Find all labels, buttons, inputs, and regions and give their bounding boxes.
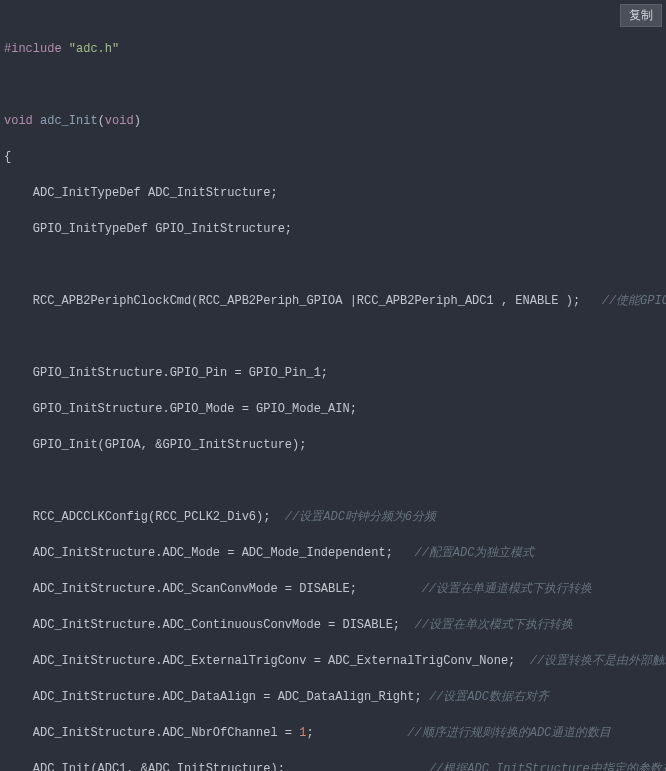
- code-line: ADC_InitStructure.ADC_Mode = ADC_Mode_In…: [4, 544, 662, 562]
- code-line: [4, 472, 662, 490]
- code-line: ADC_Init(ADC1, &ADC_InitStructure); //根据…: [4, 760, 662, 771]
- code-line: GPIO_InitTypeDef GPIO_InitStructure;: [4, 220, 662, 238]
- code-line: ADC_InitStructure.ADC_NbrOfChannel = 1; …: [4, 724, 662, 742]
- code-line: ADC_InitStructure.ADC_ContinuousConvMode…: [4, 616, 662, 634]
- comment: //设置转换不是由外部触发启动: [530, 654, 666, 668]
- code-line: RCC_APB2PeriphClockCmd(RCC_APB2Periph_GP…: [4, 292, 662, 310]
- comment: //配置ADC为独立模式: [414, 546, 534, 560]
- copy-button[interactable]: 复制: [620, 4, 662, 27]
- code-line: [4, 256, 662, 274]
- code-line: void adc_Init(void): [4, 112, 662, 130]
- keyword: void: [105, 114, 134, 128]
- comment: //设置ADC数据右对齐: [429, 690, 549, 704]
- code-line: [4, 328, 662, 346]
- code-line: [4, 76, 662, 94]
- code-line: ADC_InitStructure.ADC_ScanConvMode = DIS…: [4, 580, 662, 598]
- code-line: {: [4, 148, 662, 166]
- code-line: GPIO_InitStructure.GPIO_Pin = GPIO_Pin_1…: [4, 364, 662, 382]
- comment: //根据ADC_InitStructure中指定的参数初始化ADC1寄存器: [429, 762, 666, 771]
- code-line: ADC_InitStructure.ADC_DataAlign = ADC_Da…: [4, 688, 662, 706]
- comment: //使能GPIOA时钟和ADC: [602, 294, 666, 308]
- comment: //顺序进行规则转换的ADC通道的数目: [407, 726, 611, 740]
- code-line: #include "adc.h": [4, 40, 662, 58]
- comment: //设置在单通道模式下执行转换: [422, 582, 592, 596]
- preproc: #include: [4, 42, 62, 56]
- code-line: GPIO_InitStructure.GPIO_Mode = GPIO_Mode…: [4, 400, 662, 418]
- comment: //设置ADC时钟分频为6分频: [285, 510, 436, 524]
- code-line: ADC_InitStructure.ADC_ExternalTrigConv =…: [4, 652, 662, 670]
- function-name: adc_Init: [40, 114, 98, 128]
- code-block: 复制 #include "adc.h" void adc_Init(void) …: [0, 0, 666, 771]
- code-line: RCC_ADCCLKConfig(RCC_PCLK2_Div6); //设置AD…: [4, 508, 662, 526]
- keyword: void: [4, 114, 33, 128]
- comment: //设置在单次模式下执行转换: [414, 618, 572, 632]
- code-line: ADC_InitTypeDef ADC_InitStructure;: [4, 184, 662, 202]
- code-line: GPIO_Init(GPIOA, &GPIO_InitStructure);: [4, 436, 662, 454]
- string: "adc.h": [69, 42, 119, 56]
